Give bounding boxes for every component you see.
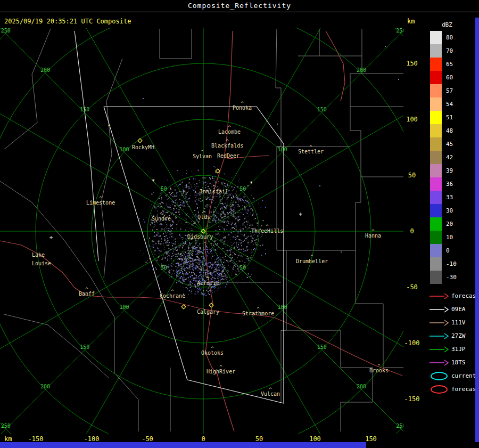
x-axis-tick: 100 xyxy=(309,435,321,443)
colorbar-swatch xyxy=(430,257,442,271)
boundary-line xyxy=(0,181,138,431)
colorbar-row: 30 xyxy=(430,204,457,217)
colorbar-value: 65 xyxy=(446,61,453,68)
boundary-line xyxy=(281,330,373,431)
colorbar-row: 54 xyxy=(430,97,457,111)
boundary-line xyxy=(350,29,362,250)
city-label: Didsbury xyxy=(187,234,213,240)
coverage-polygon xyxy=(104,107,284,403)
legend-item: 27ZW xyxy=(429,329,479,343)
city-label: RedDeer xyxy=(217,153,240,159)
range-label: 150 xyxy=(317,344,327,350)
city-label: Olds xyxy=(197,214,210,220)
road-line xyxy=(211,311,402,376)
legend-label: 27ZW xyxy=(451,332,466,339)
colorbar-row: 39 xyxy=(430,164,457,177)
range-label: 50 xyxy=(161,186,167,192)
y-axis-tick: -150 xyxy=(400,395,424,403)
colorbar-value: 42 xyxy=(446,154,453,161)
legend-item: current xyxy=(429,369,479,382)
range-label: 100 xyxy=(119,146,129,152)
colorbar-value: 51 xyxy=(446,114,453,121)
x-axis-tick: 0 xyxy=(201,435,205,443)
legend-item: 31JP xyxy=(429,343,479,356)
y-axis-tick: 0 xyxy=(400,227,424,235)
colorbar-row: 51 xyxy=(430,111,457,124)
colorbar-value: 0 xyxy=(446,247,450,254)
colorbar-value: 10 xyxy=(446,234,453,241)
legend-label: 09EA xyxy=(451,306,466,313)
ellipse-icon xyxy=(429,385,449,394)
title-divider xyxy=(0,12,479,12)
colorbar-row: 65 xyxy=(430,58,457,71)
arrow-icon xyxy=(429,291,449,301)
range-label: 250 xyxy=(1,423,11,429)
colorbar-row: 57 xyxy=(430,84,457,97)
range-label: 100 xyxy=(277,146,287,152)
colorbar-row: -10 xyxy=(430,257,457,271)
colorbar-swatch xyxy=(430,31,442,44)
legend-item: 111V xyxy=(429,316,479,329)
plus-marker-icon xyxy=(49,236,53,239)
y-axis-tick: -100 xyxy=(400,339,424,347)
city-label: Sundre xyxy=(152,216,171,222)
city-label: RockyMH xyxy=(132,144,154,150)
range-label: 50 xyxy=(240,186,246,192)
horizontal-scrollbar[interactable] xyxy=(0,442,366,448)
x-axis-tick: 150 xyxy=(365,435,377,443)
colorbar-row: -30 xyxy=(430,271,457,284)
colorbar-swatch xyxy=(430,151,442,164)
range-label: 200 xyxy=(357,67,366,73)
colorbar-value: 54 xyxy=(446,101,453,108)
colorbar-swatch xyxy=(430,177,442,191)
star-marker-icon: * xyxy=(250,180,253,187)
colorbar-swatch xyxy=(430,244,442,257)
road-line xyxy=(0,241,211,311)
legend-item: forecast xyxy=(429,289,479,303)
city-label: Innisfail xyxy=(200,189,228,194)
range-label: 100 xyxy=(119,304,129,310)
boundary-line xyxy=(286,250,403,368)
colorbar-row: 33 xyxy=(430,191,457,204)
colorbar-row: 36 xyxy=(430,177,457,191)
range-label: 250 xyxy=(1,28,11,34)
range-label: 200 xyxy=(357,384,366,389)
colorbar-swatch xyxy=(430,204,442,217)
city-label: Brooks xyxy=(369,368,389,373)
boundary-line xyxy=(4,29,51,149)
city-label: Limestone xyxy=(86,200,115,206)
city-label: Louise xyxy=(32,260,51,266)
colorbar-value: 30 xyxy=(446,207,453,214)
range-label: 200 xyxy=(40,384,50,389)
vertical-scrollbar[interactable] xyxy=(475,18,479,442)
colorbar-value: -10 xyxy=(446,260,457,267)
colorbar-swatch xyxy=(430,97,442,111)
legend-item: forecast xyxy=(429,382,479,396)
city-label: Okotoks xyxy=(201,350,224,356)
x-axis-tick: -150 xyxy=(28,435,44,443)
range-label: 150 xyxy=(317,107,327,112)
radar-map-canvas[interactable]: 5050505010010010010015015015015020020020… xyxy=(0,28,403,434)
colorbar-swatch xyxy=(430,191,442,204)
colorbar-value: -30 xyxy=(446,274,457,281)
colorbar-swatch xyxy=(430,84,442,97)
colorbar-swatch xyxy=(430,137,442,151)
arrow-icon xyxy=(429,358,449,368)
km-unit-top: km xyxy=(407,18,415,25)
y-axis-tick: -50 xyxy=(400,283,424,291)
colorbar-value: 20 xyxy=(446,221,453,227)
city-label: Hanna xyxy=(365,233,381,239)
legend-label: current xyxy=(451,372,476,379)
boundary-line xyxy=(4,314,109,378)
boundary-line xyxy=(101,59,122,278)
range-label: 250 xyxy=(396,423,403,429)
station-diamond-icon xyxy=(181,305,186,309)
city-label: Stettler xyxy=(298,149,324,154)
colorbar-value: 48 xyxy=(446,127,453,134)
colorbar-value: 33 xyxy=(446,194,453,201)
coverage-line xyxy=(75,31,98,261)
colorbar-swatch xyxy=(430,44,442,58)
x-axis-tick: -100 xyxy=(84,435,100,443)
arrow-icon xyxy=(429,331,449,341)
city-label: Lacombe xyxy=(218,129,241,135)
